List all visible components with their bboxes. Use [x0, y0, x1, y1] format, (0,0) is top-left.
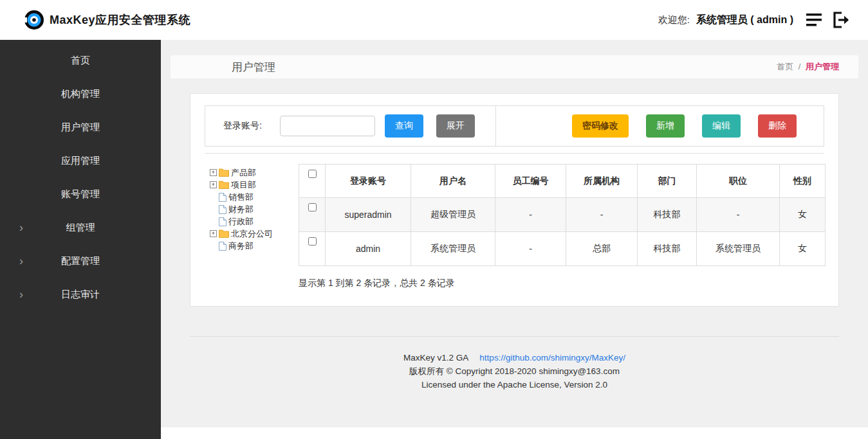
table-header-row: 登录账号 用户名 员工编号 所属机构 部门 职位 性别: [299, 165, 826, 198]
sidebar-item-label: 账号管理: [61, 188, 100, 199]
cell-gender: 女: [780, 232, 826, 266]
tree-node[interactable]: 销售部: [210, 191, 299, 203]
cell-empno: -: [495, 232, 566, 266]
sidebar-item-label: 组管理: [66, 222, 95, 233]
top-bar: MaxKey应用安全管理系统 欢迎您: 系统管理员 ( admin ): [0, 0, 868, 40]
main-content: 用户管理 首页 / 用户管理 登录账号: 查询 展开 密码修改 新增 编辑: [161, 40, 868, 439]
cell-dept: 科技部: [638, 198, 697, 232]
expand-icon[interactable]: +: [210, 169, 217, 176]
column-header-gender: 性别: [780, 165, 826, 198]
sidebar: 首页 机构管理 用户管理 应用管理 账号管理 › 组管理 › 配置管理 › 日志…: [0, 40, 161, 439]
row-checkbox[interactable]: [308, 203, 317, 211]
column-header-org: 所属机构: [566, 165, 638, 198]
tree-node[interactable]: 行政部: [210, 215, 299, 228]
breadcrumb-current: 用户管理: [806, 62, 839, 71]
current-user: 系统管理员 ( admin ): [696, 13, 793, 27]
chevron-right-icon: ›: [19, 211, 23, 244]
expand-icon[interactable]: +: [210, 181, 217, 188]
sidebar-item-account[interactable]: 账号管理: [0, 177, 161, 211]
cell-login: superadmin: [326, 198, 411, 232]
tree-node[interactable]: + 产品部: [210, 166, 299, 179]
toolbar-strip: [205, 147, 824, 154]
page-title: 用户管理: [232, 60, 275, 75]
breadcrumb: 首页 / 用户管理: [777, 61, 839, 73]
welcome-label: 欢迎您:: [658, 14, 690, 26]
add-button[interactable]: 新增: [646, 114, 685, 138]
content-card: 登录账号: 查询 展开 密码修改 新增 编辑 删除 +: [190, 93, 839, 307]
tree-node[interactable]: 财务部: [210, 203, 299, 215]
file-icon: [219, 217, 226, 226]
cell-org: 总部: [566, 232, 638, 266]
expand-icon[interactable]: +: [210, 230, 217, 237]
column-header-position: 职位: [697, 165, 780, 198]
sidebar-item-label: 配置管理: [61, 255, 100, 266]
tree-node-label: 项目部: [231, 179, 256, 191]
search-form: 登录账号: 查询 展开: [205, 106, 496, 146]
app-title: MaxKey应用安全管理系统: [50, 12, 190, 28]
column-header-empno: 员工编号: [495, 165, 566, 198]
tree-node[interactable]: + 北京分公司: [210, 228, 299, 240]
folder-icon: [219, 168, 229, 177]
file-icon: [219, 205, 226, 214]
cell-gender: 女: [780, 198, 826, 232]
logout-icon[interactable]: [831, 10, 851, 30]
select-all-checkbox[interactable]: [308, 170, 317, 178]
page-header: 用户管理 首页 / 用户管理: [171, 55, 858, 78]
row-checkbox[interactable]: [308, 237, 317, 246]
cell-dept: 科技部: [638, 232, 697, 266]
search-toolbar: 登录账号: 查询 展开 密码修改 新增 编辑 删除: [205, 105, 824, 147]
brand: MaxKey应用安全管理系统: [23, 9, 190, 31]
file-icon: [219, 193, 226, 202]
column-header-name: 用户名: [411, 165, 495, 198]
sidebar-item-label: 应用管理: [61, 155, 100, 166]
sidebar-item-label: 首页: [71, 55, 90, 66]
breadcrumb-home-link[interactable]: 首页: [777, 62, 793, 71]
column-header-login: 登录账号: [326, 165, 411, 198]
tree-node-label: 财务部: [228, 204, 254, 215]
breadcrumb-separator: /: [799, 62, 801, 71]
sidebar-item-group[interactable]: › 组管理: [0, 211, 161, 244]
query-button[interactable]: 查询: [385, 114, 423, 138]
cell-position: 系统管理员: [697, 232, 780, 266]
cell-login: admin: [326, 232, 411, 266]
footer-license: Licensed under the Apache License, Versi…: [190, 378, 839, 391]
table-row[interactable]: superadmin 超级管理员 - - 科技部 - 女: [299, 198, 826, 232]
tree-node[interactable]: + 项目部: [210, 179, 299, 191]
page-footer: MaxKey v1.2 GA https://github.com/shimin…: [190, 336, 839, 391]
tree-node-label: 行政部: [228, 216, 254, 228]
column-header-dept: 部门: [638, 165, 697, 198]
expand-button[interactable]: 展开: [436, 114, 475, 138]
sidebar-item-app[interactable]: 应用管理: [0, 144, 161, 177]
users-table-wrap: 登录账号 用户名 员工编号 所属机构 部门 职位 性别: [299, 164, 826, 289]
cell-empno: -: [495, 198, 566, 232]
table-row[interactable]: admin 系统管理员 - 总部 科技部 系统管理员 女: [299, 232, 826, 266]
record-summary: 显示第 1 到第 2 条记录，总共 2 条记录: [299, 278, 826, 289]
delete-button[interactable]: 删除: [758, 114, 797, 138]
footer-github-link[interactable]: https://github.com/shimingxy/MaxKey/: [479, 353, 625, 363]
change-password-button[interactable]: 密码修改: [572, 114, 629, 138]
footer-copyright: 版权所有 © Copyright 2018-2020 shimingxy@163…: [190, 364, 839, 378]
file-icon: [219, 242, 226, 251]
sidebar-item-home[interactable]: 首页: [0, 44, 161, 77]
sidebar-item-config[interactable]: › 配置管理: [0, 244, 161, 278]
menu-lines-icon[interactable]: [805, 12, 824, 28]
cell-position: -: [697, 198, 780, 232]
folder-icon: [219, 181, 229, 189]
search-label: 登录账号:: [223, 120, 262, 132]
sidebar-item-audit[interactable]: › 日志审计: [0, 278, 161, 311]
cell-name: 超级管理员: [411, 198, 495, 232]
cell-name: 系统管理员: [411, 232, 495, 266]
bottom-strip: [161, 427, 868, 439]
sidebar-item-user[interactable]: 用户管理: [0, 111, 161, 144]
org-tree: + 产品部 + 项目部: [205, 164, 299, 289]
footer-version-line: MaxKey v1.2 GA https://github.com/shimin…: [190, 351, 839, 364]
sidebar-item-label: 机构管理: [61, 88, 100, 99]
tree-node[interactable]: 商务部: [210, 240, 299, 252]
chevron-right-icon: ›: [19, 278, 23, 311]
app-logo-icon: [23, 9, 45, 31]
folder-icon: [219, 229, 229, 238]
tree-node-label: 销售部: [228, 192, 254, 203]
edit-button[interactable]: 编辑: [702, 114, 741, 138]
login-account-input[interactable]: [280, 116, 375, 136]
sidebar-item-org[interactable]: 机构管理: [0, 77, 161, 111]
